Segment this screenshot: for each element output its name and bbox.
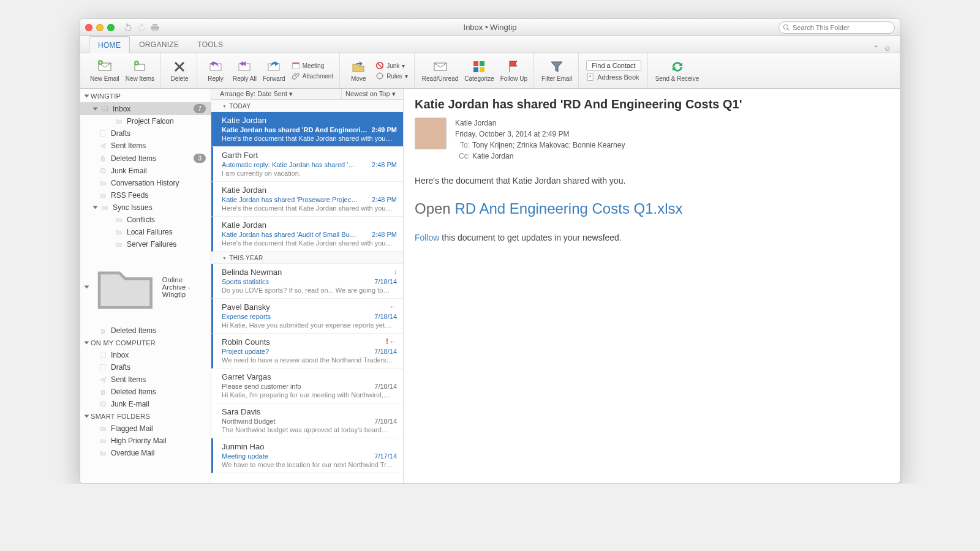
filter-email-button[interactable]: Filter Email (541, 59, 572, 82)
reply-icon (208, 59, 223, 74)
tabs-right: ⌃ ☺ (873, 44, 891, 53)
message-item[interactable]: Sara DavisNorthwind Budget7/18/14The Nor… (211, 403, 403, 438)
svg-rect-15 (480, 67, 484, 72)
message-preview: Here's the document that Katie Jordan sh… (222, 135, 397, 142)
message-item[interactable]: Katie JordanKatie Jordan has shared 'Aud… (211, 217, 403, 252)
message-item[interactable]: ↓Belinda NewmanSports statistics7/18/14D… (211, 264, 403, 299)
minimize-icon[interactable] (96, 24, 104, 31)
new-items-button[interactable]: New Items (126, 59, 154, 82)
message-from: Katie Jordan (222, 116, 397, 125)
tab-tools[interactable]: TOOLS (188, 36, 232, 53)
read-unread-button[interactable]: Read/Unread (422, 59, 458, 82)
svg-rect-14 (473, 67, 478, 72)
sidebar-item-c-drafts[interactable]: Drafts (80, 361, 211, 373)
message-item[interactable]: Katie JordanKatie Jordan has shared 'Pro… (211, 182, 403, 217)
search-input[interactable] (790, 24, 891, 31)
sidebar-item-flagged[interactable]: Flagged Mail (80, 422, 211, 435)
folder-icon (99, 425, 107, 432)
address-book-button[interactable]: Address Book (586, 73, 641, 81)
sidebar-item-c-inbox[interactable]: Inbox (80, 349, 211, 361)
attachment-button[interactable]: Attachment (292, 72, 334, 80)
sidebar-item-conversation[interactable]: Conversation History (80, 177, 211, 189)
reply-all-button[interactable]: Reply All (233, 59, 257, 82)
sidebar-item-sync[interactable]: Sync Issues (80, 201, 211, 214)
print-icon[interactable] (150, 23, 160, 32)
message-item[interactable]: Katie JordanKatie Jordan has shared 'RD … (211, 112, 403, 147)
sidebar-item-project-falcon[interactable]: Project Falcon (80, 115, 211, 127)
junk-button[interactable]: Junk ▾ (375, 61, 408, 70)
sidebar-item-conflicts[interactable]: Conflicts (80, 214, 211, 226)
sidebar-item-sent[interactable]: Sent Items (80, 140, 211, 152)
sidebar-item-deleted[interactable]: Deleted Items3 (80, 152, 211, 165)
sidebar-item-rss[interactable]: RSS Feeds (80, 189, 211, 201)
message-from: Belinda Newman (222, 268, 397, 277)
search-field[interactable] (778, 21, 895, 34)
arrange-bar[interactable]: Arrange By: Date Sent ▾ Newest on Top ▾ (211, 89, 403, 100)
drafts-icon (99, 130, 107, 137)
search-icon (783, 24, 790, 31)
messages-scroll[interactable]: TODAY Katie JordanKatie Jordan has share… (211, 100, 403, 483)
reader-to: To:Tony Krijnen; Zrinka Makovac; Bonnie … (455, 140, 625, 151)
rules-button[interactable]: Rules ▾ (375, 72, 408, 80)
new-email-button[interactable]: New Email (90, 59, 119, 82)
arrange-by[interactable]: Arrange By: Date Sent ▾ (211, 89, 342, 99)
message-item[interactable]: Garret VargasPlease send customer info7/… (211, 369, 403, 403)
sidebar-item-c-deleted[interactable]: Deleted Items (80, 386, 211, 398)
meeting-button[interactable]: Meeting (292, 61, 334, 70)
sidebar-archive[interactable]: Online Archive - Wingtip (80, 250, 211, 324)
sidebar-item-local-failures[interactable]: Local Failures (80, 226, 211, 238)
move-icon (351, 59, 366, 74)
message-subject: Katie Jordan has shared 'Proseware Proje… (222, 196, 372, 203)
message-preview: I am currently on vacation. (222, 170, 397, 177)
sidebar-item-inbox[interactable]: Inbox7 (80, 102, 211, 115)
sidebar-item-high-priority[interactable]: High Priority Mail (80, 435, 211, 447)
sidebar-item-c-junk[interactable]: Junk E-mail (80, 398, 211, 410)
categorize-button[interactable]: Categorize (464, 59, 494, 82)
sidebar-smart-folders[interactable]: SMART FOLDERS (80, 410, 211, 422)
redo-icon[interactable] (137, 23, 146, 32)
message-item[interactable]: Junmin HaoMeeting update7/17/14We have t… (211, 438, 403, 473)
move-button[interactable]: Move (347, 59, 369, 82)
sidebar-item-junk[interactable]: Junk Email (80, 165, 211, 177)
message-time: 2:49 PM (371, 126, 397, 133)
tab-organize[interactable]: ORGANIZE (130, 36, 188, 53)
follow-link[interactable]: Follow (415, 233, 439, 242)
inbox-icon (100, 105, 109, 113)
svg-point-17 (589, 75, 592, 78)
sidebar-item-overdue[interactable]: Overdue Mail (80, 447, 211, 459)
arrange-order[interactable]: Newest on Top ▾ (342, 89, 403, 99)
send-receive-button[interactable]: Send & Receive (655, 59, 699, 82)
undo-icon[interactable] (123, 23, 133, 32)
message-item[interactable]: ! ←Robin CountsProject update?7/18/14We … (211, 334, 403, 369)
folder-icon (100, 204, 109, 211)
group-this-year[interactable]: THIS YEAR (211, 252, 403, 264)
sidebar-item-server-failures[interactable]: Server Failures (80, 238, 211, 250)
collapse-ribbon-icon[interactable]: ⌃ (873, 44, 879, 53)
sidebar-item-archive-deleted[interactable]: Deleted Items (80, 324, 211, 337)
folder-icon (115, 241, 123, 248)
group-today[interactable]: TODAY (211, 100, 403, 112)
message-preview: Hi Katie, Have you submitted your expens… (222, 321, 397, 329)
close-icon[interactable] (85, 24, 92, 31)
sync-icon (670, 59, 685, 74)
message-item[interactable]: ←Pavel BanskyExpense reports7/18/14Hi Ka… (211, 299, 403, 334)
help-icon[interactable]: ☺ (884, 44, 891, 53)
forward-button[interactable]: Forward (263, 59, 285, 82)
message-item[interactable]: Garth FortAutomatic reply: Katie Jordan … (211, 147, 403, 182)
find-contact-button[interactable]: Find a Contact (586, 60, 641, 71)
sidebar-account[interactable]: WINGTIP (80, 90, 211, 102)
reply-button[interactable]: Reply (205, 59, 227, 82)
message-subject: Project update? (222, 348, 374, 355)
open-attachment-link[interactable]: RD And Engineering Costs Q1.xlsx (454, 200, 682, 217)
follow-up-button[interactable]: Follow Up (500, 59, 527, 82)
sidebar-on-my-computer[interactable]: ON MY COMPUTER (80, 337, 211, 349)
flag-icon (507, 59, 521, 74)
tab-home[interactable]: HOME (89, 36, 130, 53)
svg-rect-12 (473, 61, 478, 66)
message-time: 2:48 PM (372, 196, 397, 203)
delete-button[interactable]: Delete (168, 59, 190, 82)
sidebar-item-c-sent[interactable]: Sent Items (80, 373, 211, 386)
sidebar-item-drafts[interactable]: Drafts (80, 127, 211, 140)
filter-icon (549, 59, 564, 74)
zoom-icon[interactable] (107, 24, 115, 31)
